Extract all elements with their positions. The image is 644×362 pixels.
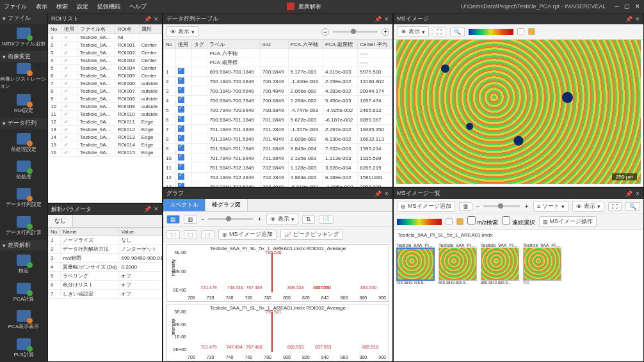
sidebar-test[interactable]: 検定 <box>0 251 47 278</box>
table-row[interactable]: 5✓Testicle_9A...ROI004Center <box>49 65 162 72</box>
sidebar-pca[interactable]: PCA計算 <box>0 279 47 306</box>
ms-zoom-button[interactable]: 🔍 <box>450 28 465 36</box>
close-icon[interactable]: ✕ <box>154 16 159 22</box>
table-row[interactable]: 8701.3849-701.5849701.48492.020e-0026.13… <box>164 134 392 144</box>
checkbox[interactable] <box>178 125 184 132</box>
matrix-show-dropdown[interactable]: 👁 表示 ▾ <box>166 26 198 37</box>
pin-icon[interactable]: 📌 <box>144 206 151 212</box>
checkbox[interactable] <box>178 97 184 103</box>
table-row[interactable]: 6700.9849-701.1849701.08495.672e-003-6.1… <box>164 115 392 125</box>
close-icon[interactable]: ✕ <box>384 16 389 22</box>
tab-spectrum[interactable]: スペクトル <box>163 199 205 211</box>
pin-icon[interactable]: 📌 <box>374 191 382 197</box>
zoom-in-icon[interactable]: ＋ <box>382 28 389 36</box>
table-row[interactable]: 1✓Testicle_9A...All <box>49 34 162 42</box>
select-mode-2[interactable]: ⬚ <box>184 230 197 239</box>
checkbox[interactable] <box>178 77 184 84</box>
menu-search[interactable]: 検索 <box>56 3 68 11</box>
table-row[interactable]: 3m/z範囲699.98492-900.01506 <box>49 253 163 262</box>
menu-ext[interactable]: 拡張機能 <box>97 3 120 11</box>
roi-col[interactable]: 属性 <box>139 25 161 34</box>
table-row[interactable]: 11✓Testicle_9A...ROI010outside <box>49 111 162 118</box>
close-button[interactable]: ✕ <box>635 3 640 10</box>
selection-checkbox[interactable]: 連続選択 <box>502 216 535 227</box>
sidebar-preprocess-set[interactable]: 前処理設定 <box>0 129 47 156</box>
checkbox[interactable] <box>178 183 184 187</box>
checkbox[interactable] <box>178 68 184 74</box>
table-row[interactable]: 9701.5849-701.7849701.68499.843e-0047.93… <box>164 144 392 153</box>
table-row[interactable]: 2700.1849-700.3849700.2849-1.460e-0032.0… <box>164 77 392 86</box>
sidebar-registration[interactable]: 画像レジストレーション <box>0 62 47 90</box>
table-row[interactable]: 6✓Testicle_9A...ROI005Center <box>49 72 162 80</box>
color-white-button[interactable] <box>446 218 453 225</box>
checkbox[interactable] <box>178 145 184 151</box>
table-row[interactable]: 16✓Testicle_9A...ROI015Edge <box>49 149 162 157</box>
graph-norm-button[interactable]: ⇅ <box>302 215 315 224</box>
close-icon[interactable]: ✕ <box>154 206 159 212</box>
mz-search-checkbox[interactable]: m/z検索 <box>467 216 498 227</box>
color-amber-button[interactable] <box>528 28 535 35</box>
table-row[interactable]: 6色分けリストオフ <box>49 280 163 289</box>
close-icon[interactable]: ✕ <box>635 16 640 22</box>
select-mode-3[interactable]: ⬚ <box>201 230 214 239</box>
pin-icon[interactable]: 📌 <box>625 191 632 197</box>
ms-thumbnail[interactable]: Testicle_9AA_PI...TIC <box>523 243 561 285</box>
menu-help[interactable]: ヘルプ <box>129 3 147 11</box>
table-row[interactable]: 13✓Testicle_9A...ROI012Edge <box>49 126 162 134</box>
rows-slider[interactable] <box>208 218 253 220</box>
matrix-table[interactable]: No使用タグラベルm/zPCA-六平軸PCA-縦座標Center-平均 PCA-… <box>163 40 392 187</box>
ms-show-dropdown[interactable]: 👁 表示 ▾ <box>397 26 429 37</box>
sidebar-pls[interactable]: PLS計算 <box>0 334 47 362</box>
table-row[interactable]: 2データ行列解析方法ノンターゲット <box>49 244 163 253</box>
sidebar-matrix-calc[interactable]: データ行列計算 <box>0 212 47 240</box>
zoom-in-icon[interactable]: ＋ <box>524 202 529 210</box>
table-row[interactable]: 5ラベリングオフ <box>49 271 163 280</box>
roi-col[interactable]: ROI名 <box>115 25 139 34</box>
add-msimage-button[interactable]: ⊕ MSイメージ追加 <box>397 201 455 212</box>
checkbox[interactable] <box>178 164 184 170</box>
table-row[interactable]: PCA-六平軸----- <box>164 49 392 58</box>
table-row[interactable]: 5700.7849-700.9849700.8849-4.747e-003-4.… <box>164 106 392 115</box>
table-row[interactable]: 7✓Testicle_9A...ROI006outside <box>49 80 162 88</box>
zoom-in-icon[interactable]: ＋ <box>257 215 262 223</box>
roi-col[interactable]: No. <box>49 25 62 34</box>
delete-button[interactable]: 🗑 <box>459 202 472 211</box>
table-row[interactable]: 2✓Testicle_9A...ROI001Center <box>49 42 162 49</box>
table-row[interactable]: 3700.3849-700.5849700.48492.066e-0024.28… <box>164 86 392 96</box>
sort-dropdown[interactable]: ≡ ソート ▾ <box>533 201 568 212</box>
table-row[interactable]: 11701.9849-702.1849702.08491.128e-0033.8… <box>164 163 392 173</box>
close-icon[interactable]: ✕ <box>635 191 640 197</box>
ms-image-ops-button[interactable]: ⊞ MSイメージ操作 <box>539 216 597 227</box>
add-msimage-button[interactable]: ⊕ MSイメージ追加 <box>218 229 277 240</box>
zoom-slider[interactable] <box>333 31 378 33</box>
table-row[interactable]: 1ノーマライズなし <box>49 235 163 244</box>
zoom-out-icon[interactable]: − <box>201 216 204 223</box>
table-row[interactable]: 4質量幅/ビンサイズ (Da)0.2000 <box>49 262 163 271</box>
zoom-out-icon[interactable]: − <box>321 28 329 36</box>
menu-view[interactable]: 表示 <box>36 3 47 11</box>
param-tab-none[interactable]: なし <box>48 215 73 227</box>
table-row[interactable]: 14✓Testicle_9A...ROI013Edge <box>49 134 162 141</box>
checkbox[interactable] <box>178 106 184 113</box>
table-row[interactable]: 4✓Testicle_9A...ROI003Center <box>49 57 162 65</box>
roi-col[interactable]: 使用 <box>61 25 77 34</box>
close-icon[interactable]: ✕ <box>384 191 389 197</box>
zoom-out-icon[interactable]: − <box>476 203 479 210</box>
show-dropdown[interactable]: 👁 表示 ▾ <box>572 201 604 212</box>
minimize-button[interactable]: ─ <box>615 3 619 10</box>
fit-button[interactable]: ⛶ <box>608 202 622 211</box>
param-table[interactable]: No.NameValue 1ノーマライズなし2データ行列解析方法ノンターゲット3… <box>48 228 162 299</box>
maximize-button[interactable]: ▢ <box>624 3 630 10</box>
spectrum-chart-1[interactable]: Testicle_9AA_PI_SL_5x_1_AREA01.imdx ROI0… <box>166 244 389 302</box>
menu-opt[interactable]: 設定 <box>77 3 88 11</box>
ms-image-view[interactable]: 250 μm <box>396 40 641 184</box>
roi-col[interactable]: ファイル名 <box>77 25 115 34</box>
pin-icon[interactable]: 📌 <box>144 16 151 22</box>
table-row[interactable]: 10701.7849-701.9849701.88492.185e-0031.1… <box>164 153 392 163</box>
checkbox[interactable] <box>178 116 184 122</box>
checkbox[interactable] <box>178 87 184 93</box>
peak-picking-button[interactable]: 📈 ピークピッキング <box>280 229 343 240</box>
checkbox[interactable] <box>178 135 184 141</box>
table-row[interactable]: 13702.3849-702.5849702.4849-5.618e-003-1… <box>164 182 392 187</box>
checkbox[interactable] <box>178 154 184 161</box>
